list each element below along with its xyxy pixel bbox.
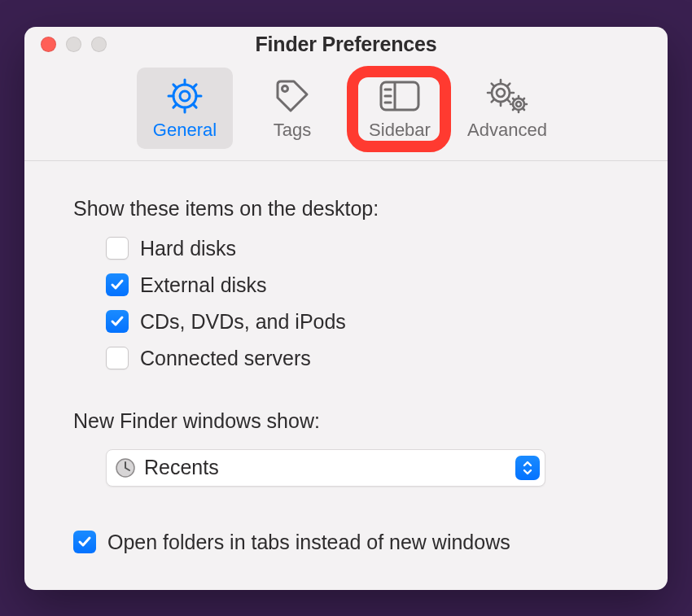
checkbox-box: [106, 347, 129, 369]
svg-point-2: [282, 85, 288, 91]
checkbox-cds-dvds-ipods[interactable]: CDs, DVDs, and iPods: [106, 310, 619, 334]
checkmark-icon: [110, 277, 125, 292]
checkmark-icon: [110, 314, 125, 329]
gears-icon: [486, 76, 528, 116]
svg-point-10: [516, 102, 521, 107]
minimize-button[interactable]: [66, 37, 81, 52]
desktop-items-heading: Show these items on the desktop:: [73, 197, 619, 221]
checkbox-connected-servers[interactable]: Connected servers: [106, 347, 619, 370]
tab-label: Sidebar: [369, 120, 431, 141]
svg-point-1: [173, 85, 196, 107]
checkbox-box: [106, 310, 129, 333]
sidebar-icon: [379, 76, 421, 116]
maximize-button[interactable]: [91, 37, 107, 52]
tag-icon: [274, 76, 310, 116]
checkbox-box: [106, 273, 129, 296]
svg-point-0: [180, 91, 190, 101]
tab-label: Tags: [274, 120, 311, 141]
preferences-window: Finder Preferences General Tags: [24, 27, 668, 590]
tab-label: Advanced: [467, 120, 547, 141]
titlebar: Finder Preferences: [24, 27, 668, 63]
checkmark-icon: [77, 535, 92, 549]
tab-sidebar[interactable]: Sidebar: [352, 68, 448, 149]
tab-label: General: [153, 120, 217, 141]
checkbox-label: CDs, DVDs, and iPods: [140, 310, 346, 334]
checkbox-box: [106, 237, 129, 260]
content-pane: Show these items on the desktop: Hard di…: [24, 161, 668, 590]
traffic-lights: [41, 37, 107, 52]
checkbox-label: Hard disks: [140, 237, 236, 260]
close-button[interactable]: [41, 37, 56, 52]
window-title: Finder Preferences: [37, 33, 655, 56]
svg-point-8: [497, 89, 505, 97]
chevron-up-down-icon: [515, 456, 540, 480]
checkbox-label: Connected servers: [140, 347, 311, 370]
select-value: Recents: [144, 456, 507, 479]
tab-general[interactable]: General: [137, 68, 233, 149]
checkbox-label: Open folders in tabs instead of new wind…: [107, 531, 510, 554]
tab-advanced[interactable]: Advanced: [459, 68, 555, 149]
checkbox-external-disks[interactable]: External disks: [106, 273, 619, 297]
checkbox-open-folders-tabs[interactable]: Open folders in tabs instead of new wind…: [73, 531, 619, 554]
tab-tags[interactable]: Tags: [244, 68, 340, 149]
checkbox-label: External disks: [140, 273, 267, 297]
new-finder-heading: New Finder windows show:: [73, 409, 619, 433]
desktop-items-group: Hard disks External disks CDs, DVDs, and…: [73, 237, 619, 370]
clock-icon: [115, 457, 136, 478]
gear-icon: [167, 76, 203, 116]
new-finder-select-wrap: Recents: [73, 449, 619, 487]
new-finder-windows-select[interactable]: Recents: [106, 449, 545, 487]
checkbox-box: [73, 531, 96, 553]
toolbar-tabs: General Tags: [24, 63, 668, 161]
checkbox-hard-disks[interactable]: Hard disks: [106, 237, 619, 260]
